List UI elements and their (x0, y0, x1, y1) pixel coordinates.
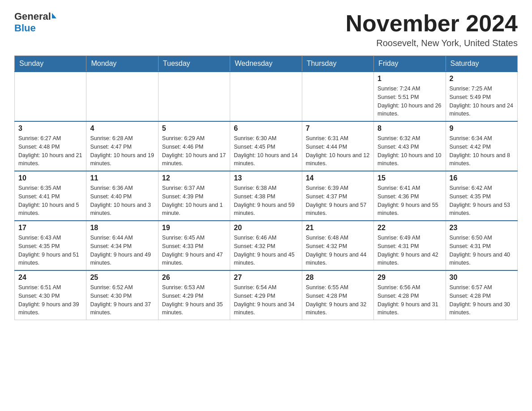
day-info: Sunrise: 6:43 AMSunset: 4:35 PMDaylight:… (18, 234, 82, 267)
calendar-cell-0-3 (230, 72, 302, 121)
day-number: 5 (162, 124, 226, 133)
day-number: 25 (90, 274, 154, 282)
header-sunday: Sunday (15, 56, 86, 72)
day-number: 21 (306, 224, 370, 232)
day-info: Sunrise: 6:38 AMSunset: 4:38 PMDaylight:… (234, 184, 298, 218)
calendar-cell-0-5: 1Sunrise: 7:24 AMSunset: 5:51 PMDaylight… (374, 72, 446, 121)
day-info: Sunrise: 6:42 AMSunset: 4:35 PMDaylight:… (450, 184, 514, 218)
location-text: Roosevelt, New York, United States (346, 38, 518, 48)
day-number: 22 (378, 224, 442, 232)
calendar-cell-4-6: 30Sunrise: 6:57 AMSunset: 4:28 PMDayligh… (446, 270, 517, 320)
week-row-1: 3Sunrise: 6:27 AMSunset: 4:48 PMDaylight… (15, 121, 518, 171)
calendar-header-row: Sunday Monday Tuesday Wednesday Thursday… (15, 56, 518, 72)
title-area: November 2024 Roosevelt, New York, Unite… (346, 11, 518, 48)
day-info: Sunrise: 6:46 AMSunset: 4:32 PMDaylight:… (234, 234, 298, 267)
day-number: 13 (234, 174, 298, 182)
header-tuesday: Tuesday (158, 56, 230, 72)
calendar-cell-3-1: 18Sunrise: 6:44 AMSunset: 4:34 PMDayligh… (86, 221, 158, 270)
day-info: Sunrise: 6:45 AMSunset: 4:33 PMDaylight:… (162, 234, 226, 267)
day-number: 15 (378, 174, 442, 182)
calendar-cell-1-1: 4Sunrise: 6:28 AMSunset: 4:47 PMDaylight… (86, 121, 158, 171)
day-info: Sunrise: 6:49 AMSunset: 4:31 PMDaylight:… (378, 234, 442, 267)
calendar-cell-2-0: 10Sunrise: 6:35 AMSunset: 4:41 PMDayligh… (15, 171, 86, 221)
day-info: Sunrise: 6:41 AMSunset: 4:36 PMDaylight:… (378, 184, 442, 218)
day-number: 18 (90, 224, 154, 232)
day-info: Sunrise: 6:32 AMSunset: 4:43 PMDaylight:… (378, 134, 442, 168)
day-number: 19 (162, 224, 226, 232)
day-info: Sunrise: 6:52 AMSunset: 4:30 PMDaylight:… (90, 283, 154, 317)
day-info: Sunrise: 6:53 AMSunset: 4:29 PMDaylight:… (162, 283, 226, 317)
day-info: Sunrise: 6:51 AMSunset: 4:30 PMDaylight:… (18, 283, 82, 317)
day-info: Sunrise: 6:31 AMSunset: 4:44 PMDaylight:… (306, 134, 370, 168)
day-number: 1 (378, 75, 442, 83)
calendar-cell-3-3: 20Sunrise: 6:46 AMSunset: 4:32 PMDayligh… (230, 221, 302, 270)
day-info: Sunrise: 6:55 AMSunset: 4:28 PMDaylight:… (306, 283, 370, 317)
day-number: 12 (162, 174, 226, 182)
day-info: Sunrise: 6:57 AMSunset: 4:28 PMDaylight:… (450, 283, 514, 317)
calendar-table: Sunday Monday Tuesday Wednesday Thursday… (14, 56, 518, 320)
calendar-cell-1-0: 3Sunrise: 6:27 AMSunset: 4:48 PMDaylight… (15, 121, 86, 171)
calendar-cell-1-5: 8Sunrise: 6:32 AMSunset: 4:43 PMDaylight… (374, 121, 446, 171)
day-info: Sunrise: 6:56 AMSunset: 4:28 PMDaylight:… (378, 283, 442, 317)
calendar-cell-2-5: 15Sunrise: 6:41 AMSunset: 4:36 PMDayligh… (374, 171, 446, 221)
day-info: Sunrise: 6:39 AMSunset: 4:37 PMDaylight:… (306, 184, 370, 218)
day-info: Sunrise: 7:25 AMSunset: 5:49 PMDaylight:… (450, 85, 514, 118)
calendar-cell-4-0: 24Sunrise: 6:51 AMSunset: 4:30 PMDayligh… (15, 270, 86, 320)
calendar-cell-3-0: 17Sunrise: 6:43 AMSunset: 4:35 PMDayligh… (15, 221, 86, 270)
week-row-0: 1Sunrise: 7:24 AMSunset: 5:51 PMDaylight… (15, 72, 518, 121)
day-info: Sunrise: 7:24 AMSunset: 5:51 PMDaylight:… (378, 85, 442, 118)
calendar-cell-3-4: 21Sunrise: 6:48 AMSunset: 4:32 PMDayligh… (302, 221, 373, 270)
day-info: Sunrise: 6:36 AMSunset: 4:40 PMDaylight:… (90, 184, 154, 218)
calendar-cell-3-5: 22Sunrise: 6:49 AMSunset: 4:31 PMDayligh… (374, 221, 446, 270)
day-info: Sunrise: 6:44 AMSunset: 4:34 PMDaylight:… (90, 234, 154, 267)
calendar-cell-2-4: 14Sunrise: 6:39 AMSunset: 4:37 PMDayligh… (302, 171, 373, 221)
day-number: 29 (378, 274, 442, 282)
day-number: 20 (234, 224, 298, 232)
calendar-cell-4-5: 29Sunrise: 6:56 AMSunset: 4:28 PMDayligh… (374, 270, 446, 320)
day-info: Sunrise: 6:30 AMSunset: 4:45 PMDaylight:… (234, 134, 298, 168)
calendar-cell-0-0 (15, 72, 86, 121)
day-number: 10 (18, 174, 82, 182)
day-number: 9 (450, 124, 514, 133)
day-number: 2 (450, 75, 514, 83)
calendar-cell-0-4 (302, 72, 373, 121)
calendar-cell-2-3: 13Sunrise: 6:38 AMSunset: 4:38 PMDayligh… (230, 171, 302, 221)
calendar-cell-2-6: 16Sunrise: 6:42 AMSunset: 4:35 PMDayligh… (446, 171, 517, 221)
day-number: 6 (234, 124, 298, 133)
day-number: 8 (378, 124, 442, 133)
calendar-cell-3-2: 19Sunrise: 6:45 AMSunset: 4:33 PMDayligh… (158, 221, 230, 270)
calendar-cell-1-2: 5Sunrise: 6:29 AMSunset: 4:46 PMDaylight… (158, 121, 230, 171)
day-info: Sunrise: 6:50 AMSunset: 4:31 PMDaylight:… (450, 234, 514, 267)
calendar-cell-4-4: 28Sunrise: 6:55 AMSunset: 4:28 PMDayligh… (302, 270, 373, 320)
header-wednesday: Wednesday (230, 56, 302, 72)
day-info: Sunrise: 6:54 AMSunset: 4:29 PMDaylight:… (234, 283, 298, 317)
day-info: Sunrise: 6:37 AMSunset: 4:39 PMDaylight:… (162, 184, 226, 218)
day-number: 17 (18, 224, 82, 232)
day-number: 26 (162, 274, 226, 282)
day-number: 3 (18, 124, 82, 133)
header-thursday: Thursday (302, 56, 373, 72)
header-friday: Friday (374, 56, 446, 72)
calendar-cell-1-6: 9Sunrise: 6:34 AMSunset: 4:42 PMDaylight… (446, 121, 517, 171)
day-number: 16 (450, 174, 514, 182)
calendar-cell-3-6: 23Sunrise: 6:50 AMSunset: 4:31 PMDayligh… (446, 221, 517, 270)
page-header: General Blue November 2024 Roosevelt, Ne… (14, 11, 518, 48)
calendar-cell-0-1 (86, 72, 158, 121)
day-number: 27 (234, 274, 298, 282)
week-row-2: 10Sunrise: 6:35 AMSunset: 4:41 PMDayligh… (15, 171, 518, 221)
day-number: 30 (450, 274, 514, 282)
logo-blue-text: Blue (14, 22, 36, 34)
calendar-cell-4-3: 27Sunrise: 6:54 AMSunset: 4:29 PMDayligh… (230, 270, 302, 320)
day-number: 23 (450, 224, 514, 232)
week-row-3: 17Sunrise: 6:43 AMSunset: 4:35 PMDayligh… (15, 221, 518, 270)
header-saturday: Saturday (446, 56, 517, 72)
day-number: 7 (306, 124, 370, 133)
day-number: 24 (18, 274, 82, 282)
day-number: 28 (306, 274, 370, 282)
logo-triangle-icon (52, 13, 56, 18)
logo: General Blue (14, 11, 56, 34)
logo-general-text: General (14, 11, 51, 22)
calendar-cell-0-6: 2Sunrise: 7:25 AMSunset: 5:49 PMDaylight… (446, 72, 517, 121)
week-row-4: 24Sunrise: 6:51 AMSunset: 4:30 PMDayligh… (15, 270, 518, 320)
calendar-cell-2-2: 12Sunrise: 6:37 AMSunset: 4:39 PMDayligh… (158, 171, 230, 221)
